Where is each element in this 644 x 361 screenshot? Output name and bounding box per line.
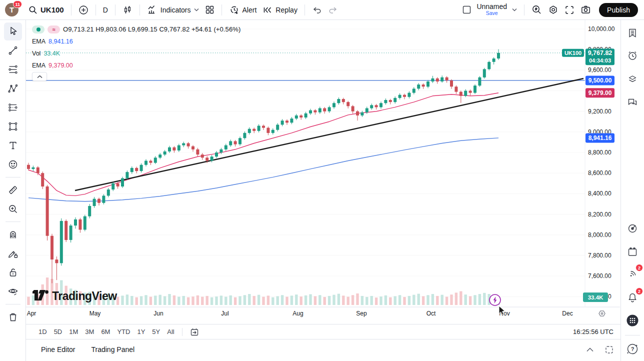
tf-button-1y[interactable]: 1Y: [134, 326, 148, 337]
svg-text:Aug: Aug: [292, 310, 303, 317]
remove-drawings-button[interactable]: [4, 308, 22, 326]
unlocked-padlock-icon: [7, 266, 19, 278]
svg-text:8,941.16: 8,941.16: [588, 134, 612, 142]
calendar-button[interactable]: [624, 243, 642, 261]
compare-add-symbol-button[interactable]: [76, 3, 92, 17]
svg-text:8,600.00: 8,600.00: [588, 170, 612, 176]
quick-search-button[interactable]: [528, 2, 545, 17]
sidebar-separator: [625, 335, 640, 336]
symbol-search-button[interactable]: UK100: [26, 4, 67, 16]
replay-button[interactable]: Replay: [260, 3, 300, 17]
ema-slow-line[interactable]: [28, 138, 498, 202]
tf-button-6m[interactable]: 6M: [98, 326, 114, 337]
price-scale[interactable]: 10,000.009,800.009,600.009,400.009,200.0…: [588, 26, 615, 300]
panel-expand-chevron-icon[interactable]: [586, 348, 594, 352]
panel-maximize-icon[interactable]: [605, 346, 614, 354]
time-axis[interactable]: AprMayJunJulAugSepOctNovDec: [27, 310, 573, 317]
ema-fast-legend-row[interactable]: EMA 9,379.00: [32, 61, 240, 70]
chart-pane[interactable]: TradingView10,000.009,800.009,600.009,40…: [26, 20, 620, 324]
interval-button[interactable]: D: [100, 4, 111, 16]
ruler-icon: [7, 184, 19, 196]
toolbar-divider: [140, 4, 140, 16]
fib-retracement-tool-button[interactable]: [4, 60, 22, 78]
ema-fast-value: 9,379.00: [48, 62, 73, 69]
xabcd-pattern-icon: [7, 82, 19, 94]
data-approx-pill: ≈: [48, 26, 60, 34]
trend-line-tool-button[interactable]: [4, 42, 22, 60]
ideas-button[interactable]: [624, 220, 642, 238]
pattern-tool-button[interactable]: [4, 80, 22, 98]
layout-name-button[interactable]: Unnamed Save: [476, 3, 507, 16]
svg-text:8,200.00: 8,200.00: [588, 211, 612, 218]
replay-icon: [262, 5, 272, 15]
ema-slow-value: 8,941.16: [48, 38, 73, 45]
ema-slow-legend-row[interactable]: EMA 8,941.16: [32, 37, 240, 46]
trendline-drawing[interactable]: [75, 78, 584, 190]
chat-button[interactable]: [624, 94, 642, 112]
bottom-panel-controls: [586, 346, 614, 354]
timeframe-buttons: 1D5D1M3M6MYTD1Y5YAll: [35, 326, 178, 337]
indicators-label: Indicators: [160, 6, 191, 14]
lock-drawings-button[interactable]: [4, 264, 22, 282]
notifications-button[interactable]: 2: [624, 288, 642, 306]
projection-tool-button[interactable]: [4, 98, 22, 116]
drawing-mode-lock-button[interactable]: [4, 244, 22, 262]
alert-button[interactable]: Alert: [226, 2, 260, 17]
screenshot-button[interactable]: [578, 2, 594, 17]
toolbar-divider: [96, 4, 96, 16]
goto-date-button[interactable]: [186, 326, 202, 338]
chevron-down-icon: [194, 8, 199, 12]
right-sidebar: 2 2 ?: [620, 20, 644, 361]
tab-pine-editor[interactable]: Pine Editor: [41, 346, 75, 354]
chart-style-button[interactable]: [120, 3, 136, 17]
svg-text:TradingView: TradingView: [52, 290, 117, 302]
tf-button-all[interactable]: All: [164, 326, 178, 337]
tf-button-1m[interactable]: 1M: [66, 326, 82, 337]
toolbar-separator: [6, 304, 20, 304]
tf-button-ytd[interactable]: YTD: [114, 326, 134, 337]
alerts-button[interactable]: [624, 46, 642, 64]
cursor-tool-button[interactable]: [4, 22, 22, 40]
svg-text:33.4K: 33.4K: [588, 294, 604, 300]
fib-lines-icon: [7, 64, 19, 76]
tab-trading-panel[interactable]: Trading Panel: [91, 346, 134, 354]
tf-button-5y[interactable]: 5Y: [148, 326, 164, 337]
legend-collapse-button[interactable]: [32, 72, 47, 81]
timescale-settings-gear-icon[interactable]: [599, 311, 605, 316]
clock-utc[interactable]: 16:25:56 UTC: [573, 328, 614, 336]
emoji-tool-button[interactable]: [4, 156, 22, 174]
layout-menu-chevron[interactable]: [509, 6, 520, 14]
streams-button[interactable]: 2: [624, 265, 642, 283]
ema-fast-line[interactable]: [28, 93, 498, 196]
tf-button-1d[interactable]: 1D: [35, 326, 50, 337]
toolbar-divider: [71, 4, 72, 16]
tf-button-5d[interactable]: 5D: [50, 326, 66, 337]
redo-button[interactable]: [325, 4, 341, 16]
magnet-mode-button[interactable]: [4, 226, 22, 244]
apps-menu-button[interactable]: [624, 312, 642, 330]
publish-button[interactable]: Publish: [599, 3, 638, 17]
symbol-legend-row[interactable]: ≈ O9,713.21 H9,803.06 L9,699.15 C9,767.8…: [32, 25, 240, 34]
user-avatar[interactable]: T 11: [5, 3, 18, 16]
layout-select-button[interactable]: [459, 3, 474, 16]
multichart-grid-icon: [205, 5, 214, 14]
indicators-button[interactable]: Indicators: [144, 2, 202, 17]
zoom-in-tool-button[interactable]: [4, 200, 22, 218]
ohlc-values: O9,713.21 H9,803.06 L9,699.15 C9,767.82 …: [63, 26, 240, 33]
object-tree-button[interactable]: [624, 70, 642, 88]
tf-button-3m[interactable]: 3M: [82, 326, 98, 337]
fullscreen-button[interactable]: [562, 3, 578, 17]
chart-settings-button[interactable]: [545, 2, 562, 17]
rectangle-tool-button[interactable]: [4, 118, 22, 136]
volume-legend-row[interactable]: Vol 33.4K: [32, 49, 240, 58]
watchlist-button[interactable]: [624, 24, 642, 42]
hide-drawings-button[interactable]: [4, 282, 22, 300]
measure-tool-button[interactable]: [4, 181, 22, 199]
layout-grid-button[interactable]: [202, 3, 218, 16]
text-tool-button[interactable]: [4, 136, 22, 154]
flash-event-icon[interactable]: [490, 294, 500, 306]
undo-button[interactable]: [309, 4, 325, 16]
alarm-clock-icon: [626, 50, 638, 62]
help-button[interactable]: ?: [624, 340, 642, 358]
redo-icon: [328, 6, 338, 14]
